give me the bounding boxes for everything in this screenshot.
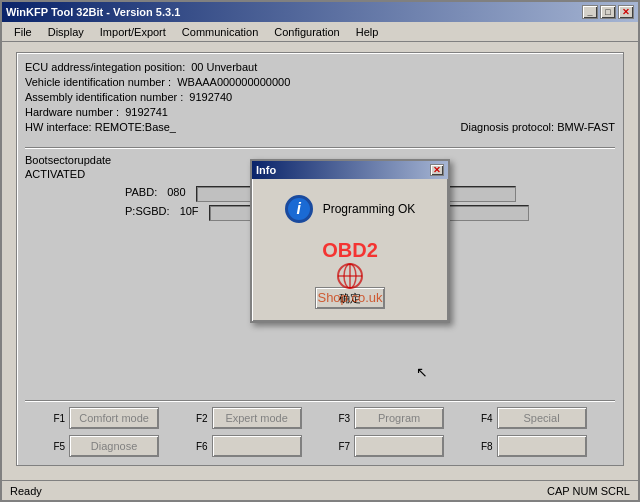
dialog-content: i Programming OK OBD2 (252, 179, 448, 321)
f3-label: F3 (338, 413, 350, 424)
status-bar: Ready CAP NUM SCRL (2, 480, 638, 500)
dialog-message: Programming OK (323, 202, 416, 216)
f7-button[interactable] (354, 435, 444, 457)
f1-label: F1 (53, 413, 65, 424)
assembly-id-label: Assembly identification number : (25, 91, 183, 103)
hardware-value: 9192741 (125, 106, 168, 118)
menu-import-export[interactable]: Import/Export (92, 24, 174, 40)
separator-1 (25, 147, 615, 148)
vehicle-id-row: Vehicle identification number : WBAAA000… (25, 76, 615, 88)
f5-group: F5 Diagnose (53, 435, 159, 457)
hardware-label: Hardware number : (25, 106, 119, 118)
dialog-close-button[interactable]: ✕ (430, 164, 444, 176)
svg-point-0 (338, 264, 362, 288)
main-window: WinKFP Tool 32Bit - Version 5.3.1 _ □ ✕ … (0, 0, 640, 502)
dialog-body: i Programming OK (285, 195, 416, 223)
f6-label: F6 (196, 441, 208, 452)
minimize-button[interactable]: _ (582, 5, 598, 19)
title-bar-buttons: _ □ ✕ (582, 5, 634, 19)
f2-button[interactable]: Expert mode (212, 407, 302, 429)
hw-interface-label: HW interface: REMOTE:Base_ (25, 121, 176, 133)
watermark-line1: OBD2 (322, 239, 378, 261)
f3-button[interactable]: Program (354, 407, 444, 429)
watermark-globe-icon (336, 262, 364, 290)
dialog-title: Info (256, 164, 276, 176)
content-area: ECU address/integation position: 00 Unve… (2, 42, 638, 480)
psgbd-label: P:SGBD: (125, 205, 170, 221)
info-dialog: Info ✕ i Programming OK OBD2 (250, 159, 450, 323)
menu-file[interactable]: File (6, 24, 40, 40)
info-icon: i (285, 195, 313, 223)
assembly-id-value: 9192740 (189, 91, 232, 103)
status-ready: Ready (10, 485, 42, 497)
menu-display[interactable]: Display (40, 24, 92, 40)
f2-label: F2 (196, 413, 208, 424)
f8-button[interactable] (497, 435, 587, 457)
pabd-label: PABD: (125, 186, 157, 202)
vehicle-id-value: WBAAA000000000000 (177, 76, 290, 88)
hw-diag-row: HW interface: REMOTE:Base_ Diagnosis pro… (25, 121, 615, 133)
menu-bar: File Display Import/Export Communication… (2, 22, 638, 42)
btn-row-2: F5 Diagnose F6 F7 F8 (25, 435, 615, 457)
f1-button[interactable]: Comfort mode (69, 407, 159, 429)
close-button[interactable]: ✕ (618, 5, 634, 19)
f6-button[interactable] (212, 435, 302, 457)
menu-help[interactable]: Help (348, 24, 387, 40)
svg-point-1 (344, 264, 356, 288)
menu-configuration[interactable]: Configuration (266, 24, 347, 40)
bottom-section: F1 Comfort mode F2 Expert mode F3 Progra… (25, 394, 615, 457)
menu-communication[interactable]: Communication (174, 24, 266, 40)
diagnosis-label: Diagnosis protocol: BMW-FAST (461, 121, 615, 133)
f5-button[interactable]: Diagnose (69, 435, 159, 457)
dialog-title-bar: Info ✕ (252, 161, 448, 179)
f7-label: F7 (338, 441, 350, 452)
f8-label: F8 (481, 441, 493, 452)
hardware-row: Hardware number : 9192741 (25, 106, 615, 118)
ecu-address-label: ECU address/integation position: (25, 61, 185, 73)
psgbd-value: 10F (180, 205, 199, 221)
f7-group: F7 (338, 435, 444, 457)
f4-label: F4 (481, 413, 493, 424)
f6-group: F6 (196, 435, 302, 457)
f8-group: F8 (481, 435, 587, 457)
f5-label: F5 (53, 441, 65, 452)
maximize-button[interactable]: □ (600, 5, 616, 19)
assembly-id-row: Assembly identification number : 9192740 (25, 91, 615, 103)
window-title: WinKFP Tool 32Bit - Version 5.3.1 (6, 6, 180, 18)
ecu-address-value: 00 Unverbaut (191, 61, 257, 73)
f4-group: F4 Special (481, 407, 587, 429)
status-indicators: CAP NUM SCRL (547, 485, 630, 497)
ecu-address-row: ECU address/integation position: 00 Unve… (25, 61, 615, 73)
btn-row-1: F1 Comfort mode F2 Expert mode F3 Progra… (25, 407, 615, 429)
vehicle-id-label: Vehicle identification number : (25, 76, 171, 88)
f1-group: F1 Comfort mode (53, 407, 159, 429)
f4-button[interactable]: Special (497, 407, 587, 429)
pabd-value: 080 (167, 186, 185, 202)
separator-2 (25, 400, 615, 401)
f2-group: F2 Expert mode (196, 407, 302, 429)
title-bar: WinKFP Tool 32Bit - Version 5.3.1 _ □ ✕ (2, 2, 638, 22)
f3-group: F3 Program (338, 407, 444, 429)
dialog-ok-button[interactable]: 确定 (315, 287, 385, 309)
